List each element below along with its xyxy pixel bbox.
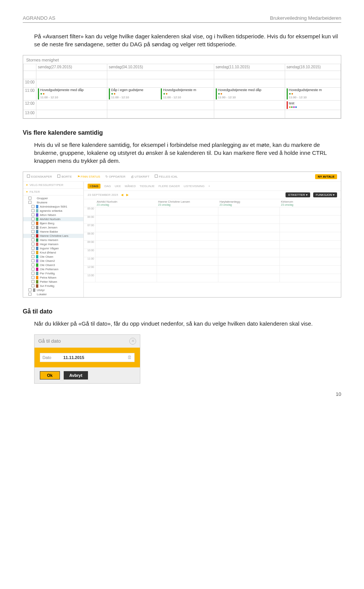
toolbar-item[interactable]: FINN STATUS xyxy=(81,175,100,178)
filter-toggle[interactable]: ▾FILTER xyxy=(23,189,83,195)
add-view-icon[interactable]: + xyxy=(209,184,210,188)
day-header-row: søndag(27.09.2015) søndag(04.10.2015) sø… xyxy=(24,64,341,71)
grid-cell[interactable] xyxy=(96,241,157,249)
toolbar-item[interactable]: EGENSKAPER xyxy=(31,175,52,178)
grid-cell[interactable] xyxy=(218,257,279,266)
grid-cell[interactable] xyxy=(218,274,279,282)
grid-cell[interactable] xyxy=(218,241,279,249)
sidebar-user[interactable]: Knut Ørland xyxy=(23,250,83,255)
grid-cell[interactable] xyxy=(280,232,341,241)
grid-cell[interactable] xyxy=(96,274,157,282)
view-tab[interactable]: I DAG xyxy=(88,184,100,189)
grid-cell[interactable] xyxy=(96,216,157,224)
sidebar-user[interactable]: Svi Frivillig xyxy=(23,284,83,288)
sidebar-group[interactable]: Grupper xyxy=(23,196,83,200)
grid-cell[interactable] xyxy=(157,257,218,266)
resource-list: GrupperBrukereAdministrasjon 5091agrando… xyxy=(23,195,83,297)
calendar-cell[interactable]: Hovedgudstjeneste med dåp ●● 11:00 - 12:… xyxy=(214,88,285,101)
goto-date-para: Når du klikker på «Gå til dato», får du … xyxy=(34,320,341,328)
grid-cell[interactable] xyxy=(157,241,218,249)
view-tab[interactable]: MÅNED xyxy=(125,184,136,188)
sidebar-group[interactable]: Lokaler xyxy=(23,292,83,296)
grid-cell[interactable] xyxy=(218,249,279,257)
grid-cell[interactable] xyxy=(157,232,218,241)
resource-types-toggle[interactable]: ▾VELG RESSURSTYPER xyxy=(23,182,83,189)
sidebar-user[interactable]: Bjørn Berg xyxy=(23,221,83,225)
view-tab[interactable]: UKE xyxy=(115,184,121,188)
grid-cell[interactable] xyxy=(280,274,341,282)
function-button[interactable]: FUNKSJON ▾ xyxy=(313,192,337,197)
toolbar-item[interactable]: FELLES ICAL xyxy=(159,175,178,178)
grid-cell[interactable] xyxy=(280,257,341,266)
toolbar-item[interactable]: BORTE xyxy=(61,175,72,178)
grid-cell[interactable] xyxy=(157,249,218,257)
next-icon[interactable]: ▶ xyxy=(126,193,129,197)
time-label: 11:00 xyxy=(24,88,36,101)
sidebar-user[interactable]: Administrasjon 5091 xyxy=(23,205,83,209)
sidebar-user[interactable]: Petter Nilsen xyxy=(23,280,83,284)
calendar-icon[interactable]: 🗓 xyxy=(127,355,132,360)
grid-cell[interactable] xyxy=(218,266,279,274)
view-tab[interactable]: FLERE DAGER xyxy=(158,184,180,188)
date-value[interactable]: 11.11.2015 xyxy=(63,355,127,360)
grid-cell[interactable] xyxy=(157,266,218,274)
close-icon[interactable]: ✕ xyxy=(129,338,136,345)
sidebar-user[interactable]: Hege Hansen xyxy=(23,242,83,246)
view-tab[interactable]: LISTEVISNING xyxy=(184,184,204,188)
calendar-cell[interactable]: Dåp i egen gudstjene ●● 11:00 - 12:10 Ho… xyxy=(107,88,214,101)
sidebar-group[interactable]: Utstyr xyxy=(23,288,83,292)
view-tab[interactable]: TIDSLINJE xyxy=(140,184,155,188)
cancel-button[interactable]: Avbryt xyxy=(64,371,88,380)
grid-cell[interactable] xyxy=(96,232,157,241)
sidebar-user[interactable]: Alvhild Norbotn xyxy=(23,217,83,221)
grid-cell[interactable] xyxy=(157,216,218,224)
time-label: 13:00 xyxy=(24,110,36,118)
view-tab[interactable]: DAG xyxy=(104,184,111,188)
sidebar-user[interactable]: Hanne Christine Lars xyxy=(23,234,83,238)
grid-cell[interactable] xyxy=(218,216,279,224)
calendar-cell[interactable]: test ●●●● xyxy=(285,100,340,110)
new-appointment-button[interactable]: NY AVTALE xyxy=(315,174,337,179)
sidebar-user[interactable]: Hanne Bakke xyxy=(23,230,83,234)
column-headers: Alvhild Norbotn23 onsdagHanne Christine … xyxy=(84,199,341,207)
grid-cell[interactable] xyxy=(218,224,279,232)
grid-cell[interactable] xyxy=(280,266,341,274)
grid-cell[interactable] xyxy=(280,207,341,216)
grid-cell[interactable] xyxy=(96,249,157,257)
time-grid: 05:0006:0007:0008:0009:0010:0011:0012:00… xyxy=(84,207,341,282)
grid-cell[interactable] xyxy=(96,257,157,266)
sidebar-user[interactable]: Alfon Nilsen xyxy=(23,213,83,217)
sidebar-user[interactable]: Ole Olsen2 xyxy=(23,259,83,263)
labels-button[interactable]: ETIKETTER ▾ xyxy=(286,192,310,197)
grid-cell[interactable] xyxy=(218,207,279,216)
toolbar-item[interactable]: OPPDATER xyxy=(109,175,125,178)
grid-cell[interactable] xyxy=(280,216,341,224)
sidebar-user[interactable]: Even Jensen xyxy=(23,225,83,230)
grid-cell[interactable] xyxy=(280,241,341,249)
calendar-cell[interactable]: Hovedgudstjeneste m ●● 11:00 - 12:10 xyxy=(285,88,340,101)
grid-cell[interactable] xyxy=(280,249,341,257)
ok-button[interactable]: Ok xyxy=(40,371,60,380)
toolbar-item[interactable]: UTSKRIFT xyxy=(135,175,149,178)
grid-cell[interactable] xyxy=(96,266,157,274)
sidebar-user[interactable]: Per Frivillig xyxy=(23,271,83,276)
sidebar-user[interactable]: Ingunn Vågan xyxy=(23,246,83,250)
sidebar-group[interactable]: Brukere xyxy=(23,200,83,205)
event-title: Hovedgudstjeneste med dåp xyxy=(40,88,84,92)
grid-cell[interactable] xyxy=(157,274,218,282)
prev-icon[interactable]: ◀ xyxy=(121,193,123,197)
sidebar-user[interactable]: Ole Pettersen xyxy=(23,267,83,271)
grid-cell[interactable] xyxy=(157,207,218,216)
sidebar-user[interactable]: Ole Olsen xyxy=(23,255,83,259)
calendar-cell[interactable]: Hovedgudstjeneste med dåp ●● 11:00 - 12:… xyxy=(36,88,107,101)
grid-cell[interactable] xyxy=(96,224,157,232)
sidebar-user[interactable]: Ole Olsen3 xyxy=(23,263,83,267)
sidebar-user[interactable]: Hans Hansen xyxy=(23,238,83,242)
grid-cell[interactable] xyxy=(280,224,341,232)
time-label: 13:00 xyxy=(84,274,95,282)
grid-cell[interactable] xyxy=(96,207,157,216)
sidebar-user[interactable]: agrando srilanka xyxy=(23,209,83,213)
grid-cell[interactable] xyxy=(157,224,218,232)
grid-cell[interactable] xyxy=(218,232,279,241)
sidebar-user[interactable]: Petra Nilsen xyxy=(23,276,83,280)
